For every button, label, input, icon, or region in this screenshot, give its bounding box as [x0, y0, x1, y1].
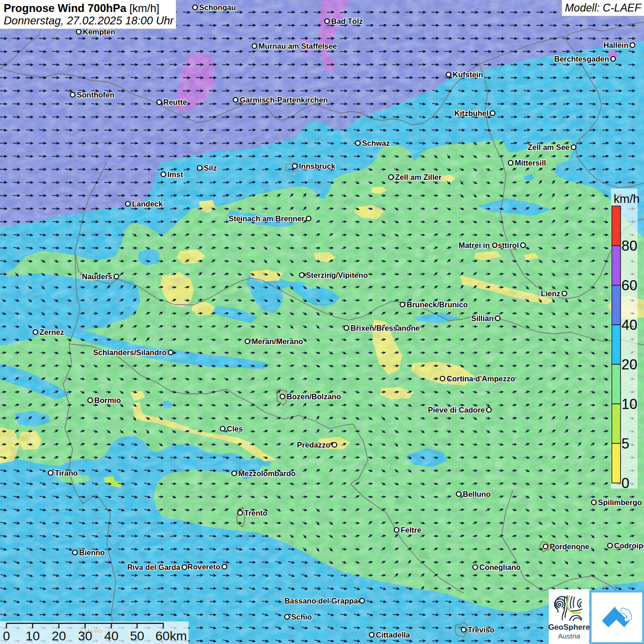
svg-text:Mittersill: Mittersill [515, 159, 546, 167]
svg-text:Bruneck/Brunico: Bruneck/Brunico [407, 300, 468, 309]
svg-text:Sterzing/Vipiteno: Sterzing/Vipiteno [306, 271, 368, 279]
svg-text:60km: 60km [155, 629, 187, 643]
svg-text:10: 10 [25, 629, 40, 643]
svg-text:Bozen/Bolzano: Bozen/Bolzano [287, 392, 341, 401]
svg-text:5: 5 [621, 436, 629, 452]
svg-text:Donnerstag, 27.02.2025 18:00 U: Donnerstag, 27.02.2025 18:00 Uhr [4, 14, 174, 27]
svg-text:30: 30 [78, 629, 92, 643]
svg-text:Codroipo: Codroipo [614, 541, 644, 550]
svg-text:0: 0 [621, 475, 629, 491]
svg-text:Mezzolombardo: Mezzolombardo [238, 469, 296, 477]
svg-text:Prognose Wind 700hPa [km/h]: Prognose Wind 700hPa [km/h] [4, 2, 160, 14]
svg-text:20: 20 [621, 356, 637, 373]
svg-text:Modell: C-LAEF: Modell: C-LAEF [565, 2, 642, 14]
svg-text:Conegliano: Conegliano [479, 563, 521, 571]
svg-text:Innsbruck: Innsbruck [299, 162, 336, 170]
svg-text:Murnau am Staffelsee: Murnau am Staffelsee [259, 42, 337, 50]
svg-text:Austria: Austria [558, 632, 581, 640]
svg-text:Cittadella: Cittadella [376, 631, 410, 639]
svg-text:Riva del Garda: Riva del Garda [127, 563, 180, 571]
svg-text:40: 40 [621, 317, 637, 333]
svg-text:Schwaz: Schwaz [362, 139, 390, 147]
svg-text:Bormio: Bormio [94, 396, 121, 404]
svg-text:Schongau: Schongau [199, 3, 236, 12]
svg-text:Hallein: Hallein [604, 41, 628, 49]
svg-text:Steinach am Brenner: Steinach am Brenner [229, 214, 305, 223]
svg-text:Tirano: Tirano [55, 469, 78, 477]
svg-text:40: 40 [104, 629, 118, 643]
svg-text:Meran/Merano: Meran/Merano [252, 337, 303, 345]
svg-text:km/h: km/h [614, 192, 639, 206]
svg-text:Bassano del Grappa: Bassano del Grappa [284, 597, 358, 605]
svg-text:80: 80 [621, 238, 637, 254]
svg-text:Treviso: Treviso [468, 626, 494, 634]
svg-text:Kitzbühel: Kitzbühel [454, 109, 489, 117]
svg-text:Predazzo: Predazzo [297, 441, 330, 449]
svg-text:60: 60 [621, 277, 637, 293]
svg-text:Brixen/Bressanone: Brixen/Bressanone [351, 324, 420, 332]
svg-text:Spilimbergo: Spilimbergo [598, 498, 642, 506]
svg-text:Rovereto: Rovereto [187, 563, 220, 571]
svg-text:GeoSphere: GeoSphere [548, 623, 590, 632]
svg-text:Kufstein: Kufstein [453, 70, 483, 79]
svg-text:0: 0 [3, 629, 10, 643]
svg-text:Bad Tölz: Bad Tölz [331, 17, 363, 25]
svg-text:Sillian: Sillian [471, 314, 494, 322]
svg-text:Landeck: Landeck [132, 200, 163, 208]
svg-text:Lienz: Lienz [541, 289, 560, 298]
svg-text:Nauders: Nauders [82, 272, 112, 281]
svg-text:50: 50 [130, 629, 144, 643]
svg-text:Cles: Cles [227, 425, 243, 433]
svg-text:Feltre: Feltre [401, 526, 421, 534]
svg-text:Matrei in Osttirol: Matrei in Osttirol [459, 241, 519, 249]
svg-text:Bienno: Bienno [79, 548, 105, 557]
svg-text:Cortina d'Ampezzo: Cortina d'Ampezzo [447, 374, 515, 383]
svg-text:Silz: Silz [204, 164, 217, 172]
svg-text:Schlanders/Silandro: Schlanders/Silandro [93, 348, 167, 356]
svg-text:Belluno: Belluno [463, 490, 491, 498]
svg-text:Schio: Schio [291, 613, 312, 621]
svg-text:20: 20 [52, 629, 66, 643]
svg-text:Reutte: Reutte [163, 98, 187, 106]
svg-text:Pieve di Cadore: Pieve di Cadore [428, 406, 485, 414]
svg-text:Zell am Ziller: Zell am Ziller [395, 173, 442, 181]
svg-text:Berchtesgaden: Berchtesgaden [554, 55, 609, 63]
svg-text:Zell am See: Zell am See [528, 143, 569, 151]
svg-text:Garmisch-Partenkirchen: Garmisch-Partenkirchen [240, 96, 328, 104]
svg-text:Zernez: Zernez [40, 328, 64, 336]
svg-text:Pordenone: Pordenone [550, 542, 589, 551]
svg-text:Sonthofen: Sonthofen [77, 91, 115, 99]
svg-text:10: 10 [621, 396, 637, 412]
svg-text:Trento: Trento [244, 509, 267, 517]
svg-text:Imst: Imst [167, 170, 183, 178]
